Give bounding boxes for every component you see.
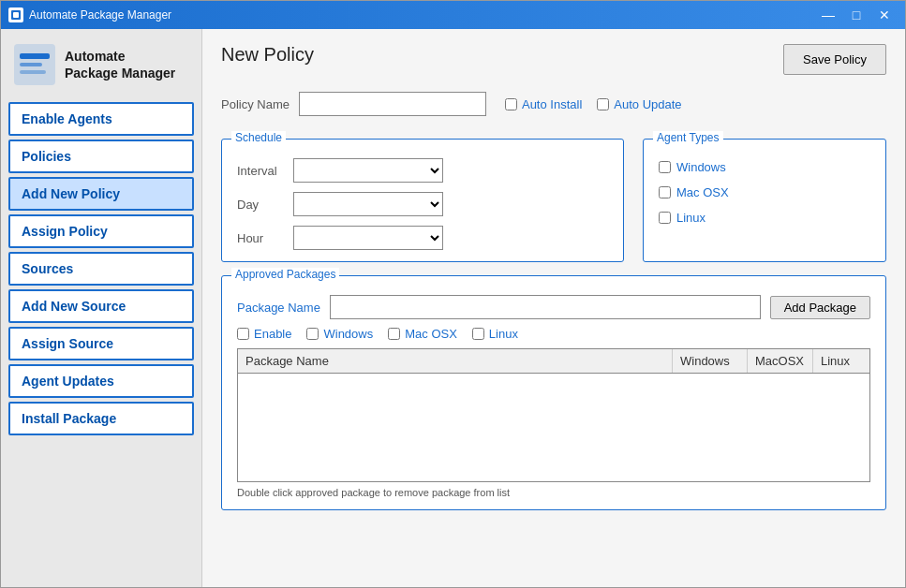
packages-table: Package Name Windows MacOSX Linux (237, 348, 870, 482)
linux-label[interactable]: Linux (659, 211, 705, 225)
header-row: New Policy Save Policy (221, 44, 886, 79)
pkg-enable-checkbox[interactable] (237, 328, 249, 340)
sidebar-item-assign-policy[interactable]: Assign Policy (8, 214, 194, 248)
package-name-row: Package Name Add Package (237, 295, 870, 319)
sidebar-item-sources[interactable]: Sources (8, 252, 194, 286)
col-macosx: MacOSX (748, 349, 813, 373)
agent-types-group: Agent Types Windows Mac OSX (643, 139, 886, 262)
pkg-windows-label[interactable]: Windows (306, 327, 373, 341)
auto-install-checkbox[interactable] (505, 98, 517, 110)
pkg-linux-checkbox[interactable] (472, 328, 484, 340)
sidebar-item-add-new-policy[interactable]: Add New Policy (8, 177, 194, 211)
auto-update-label[interactable]: Auto Update (597, 97, 681, 111)
minimize-button[interactable]: — (815, 5, 841, 25)
macosx-row: Mac OSX (659, 185, 870, 199)
pkg-windows-checkbox[interactable] (306, 328, 319, 340)
svg-rect-3 (20, 53, 50, 59)
window-title: Automate Package Manager (29, 8, 815, 22)
interval-select[interactable]: Daily Weekly Monthly (293, 158, 443, 183)
table-hint: Double click approved package to remove … (237, 487, 870, 498)
col-linux: Linux (813, 349, 869, 373)
package-name-input[interactable] (330, 295, 761, 319)
svg-rect-1 (13, 12, 19, 18)
svg-rect-5 (20, 70, 46, 74)
package-checkboxes-row: Enable Windows Mac OSX Linux (237, 327, 870, 341)
macosx-checkbox[interactable] (659, 186, 671, 198)
sidebar: AutomatePackage Manager Enable Agents Po… (1, 29, 202, 587)
day-select[interactable]: Monday Tuesday Wednesday Thursday Friday… (293, 192, 443, 216)
policy-name-label: Policy Name (221, 97, 290, 111)
policy-name-input[interactable] (299, 92, 486, 116)
sidebar-item-add-new-source[interactable]: Add New Source (8, 289, 194, 323)
save-policy-button[interactable]: Save Policy (783, 44, 886, 75)
policy-options-checkboxes: Auto Install Auto Update (505, 97, 682, 111)
auto-install-label[interactable]: Auto Install (505, 97, 582, 111)
sidebar-header: AutomatePackage Manager (8, 38, 194, 91)
pkg-macosx-checkbox[interactable] (388, 328, 400, 340)
app-icon (8, 7, 23, 22)
policy-name-row: Policy Name Auto Install Auto Update (221, 92, 886, 116)
page-title: New Policy (221, 44, 314, 66)
sidebar-item-enable-agents[interactable]: Enable Agents (8, 102, 194, 136)
sidebar-logo-icon (12, 42, 57, 87)
agent-types-legend: Agent Types (653, 131, 723, 144)
col-package-name: Package Name (238, 349, 673, 373)
windows-label[interactable]: Windows (659, 160, 726, 174)
sidebar-item-agent-updates[interactable]: Agent Updates (8, 364, 194, 398)
sidebar-item-policies[interactable]: Policies (8, 140, 194, 173)
table-body (238, 374, 869, 481)
sidebar-item-assign-source[interactable]: Assign Source (8, 327, 194, 360)
windows-checkbox[interactable] (659, 161, 671, 173)
add-package-button[interactable]: Add Package (770, 296, 870, 319)
schedule-legend: Schedule (231, 131, 286, 144)
sidebar-item-install-package[interactable]: Install Package (8, 402, 194, 435)
schedule-group: Schedule Interval Daily Weekly Monthly D… (221, 139, 624, 262)
maximize-button[interactable]: □ (843, 5, 869, 25)
macosx-label[interactable]: Mac OSX (659, 185, 729, 199)
main-window: Automate Package Manager — □ ✕ A (0, 0, 906, 588)
interval-label: Interval (237, 164, 293, 178)
col-windows: Windows (673, 349, 748, 373)
hour-row: Hour 12 AM 1 AM 2 AM 3 AM 4 AM 5 AM 6 AM… (237, 226, 608, 250)
hour-select[interactable]: 12 AM 1 AM 2 AM 3 AM 4 AM 5 AM 6 AM 7 AM… (293, 226, 443, 250)
policy-name-field-group: Policy Name (221, 92, 486, 116)
pkg-linux-label[interactable]: Linux (472, 327, 518, 341)
pkg-enable-label[interactable]: Enable (237, 327, 291, 341)
linux-checkbox[interactable] (659, 212, 671, 224)
table-header: Package Name Windows MacOSX Linux (238, 349, 869, 374)
package-name-label: Package Name (237, 301, 320, 315)
auto-update-checkbox[interactable] (597, 98, 609, 110)
approved-packages-group: Approved Packages Package Name Add Packa… (221, 275, 886, 510)
interval-row: Interval Daily Weekly Monthly (237, 158, 608, 183)
close-button[interactable]: ✕ (871, 5, 898, 25)
hour-label: Hour (237, 231, 293, 245)
linux-row: Linux (659, 211, 870, 225)
windows-row: Windows (659, 160, 870, 174)
main-content: New Policy Save Policy Policy Name Auto … (202, 29, 905, 587)
day-row: Day Monday Tuesday Wednesday Thursday Fr… (237, 192, 608, 216)
title-bar: Automate Package Manager — □ ✕ (1, 1, 905, 29)
schedule-agent-row: Schedule Interval Daily Weekly Monthly D… (221, 131, 886, 262)
pkg-macosx-label[interactable]: Mac OSX (388, 327, 457, 341)
svg-rect-4 (20, 63, 42, 66)
day-label: Day (237, 198, 293, 212)
content-area: AutomatePackage Manager Enable Agents Po… (1, 29, 905, 587)
sidebar-app-title: AutomatePackage Manager (65, 48, 175, 81)
approved-packages-legend: Approved Packages (231, 268, 339, 281)
window-controls: — □ ✕ (815, 5, 898, 25)
